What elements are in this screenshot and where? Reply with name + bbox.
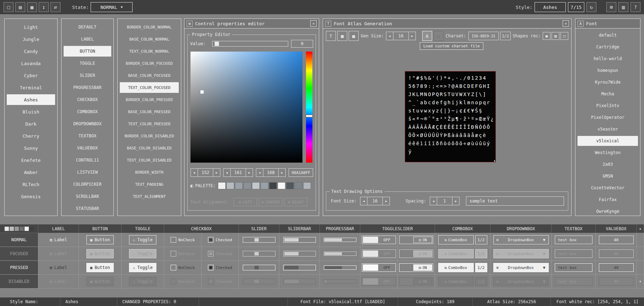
hue-bar[interactable] xyxy=(306,52,312,163)
font-size-value[interactable]: 16 xyxy=(367,197,382,205)
blue-increment-button[interactable]: ▶ xyxy=(278,168,286,177)
style-list-item[interactable]: RLTech xyxy=(7,179,55,190)
style-list-item[interactable]: Enefete xyxy=(7,155,55,165)
control-list-item[interactable]: CHECKBOX xyxy=(64,94,111,105)
control-list-item[interactable]: TOGGLE xyxy=(64,58,111,69)
palette-swatch[interactable] xyxy=(243,182,251,189)
spacing-decrement-button[interactable]: ◀ xyxy=(430,197,437,205)
font-list-item[interactable]: Fairfax xyxy=(578,195,638,205)
textbox-control[interactable]: text box xyxy=(555,277,592,286)
property-list-item[interactable]: BASE_COLOR_PRESSED xyxy=(120,106,179,117)
load-charset-button[interactable]: A xyxy=(422,31,432,41)
blue-decrement-button[interactable]: ◀ xyxy=(256,168,263,177)
green-value[interactable]: 161 xyxy=(231,168,246,177)
property-list-item[interactable]: BASE_COLOR_FOCUSED xyxy=(120,70,179,81)
button-control[interactable]: ▣Button xyxy=(86,235,114,244)
palette-swatch[interactable] xyxy=(295,182,302,189)
control-list-item[interactable]: BUTTON xyxy=(64,46,111,57)
table-scroll-down-button[interactable]: ▼ xyxy=(637,275,644,289)
font-list-item[interactable]: OwreKynge xyxy=(578,206,638,216)
spacing-value[interactable]: 1 xyxy=(437,197,452,205)
control-list-item[interactable]: LISTVIEW xyxy=(64,167,111,178)
textbox-control[interactable]: text box xyxy=(555,263,592,272)
save-style-button[interactable]: ▦ xyxy=(27,2,37,12)
red-decrement-button[interactable]: ◀ xyxy=(190,168,198,177)
property-list-item[interactable]: BORDER_COLOR_DISABLED xyxy=(120,131,179,141)
font-list-item[interactable]: v5loxical xyxy=(578,136,638,146)
font-list-item[interactable]: 2a03 xyxy=(578,159,638,169)
toggle-control[interactable]: ⚠Toggle xyxy=(129,277,157,286)
style-list-item[interactable]: Bluish xyxy=(7,106,55,117)
valuebox-control[interactable]: 40 xyxy=(599,236,634,244)
style-name-selector[interactable]: Ashes xyxy=(535,2,566,12)
property-list-item[interactable]: TEXT_COLOR_DISABLED xyxy=(120,155,179,165)
control-list-item[interactable]: COMBOBOX xyxy=(64,106,111,117)
palette-swatch[interactable] xyxy=(218,182,226,189)
palette-swatch[interactable] xyxy=(252,182,260,189)
slider-control[interactable] xyxy=(243,237,275,243)
atlas-preview-tool-button[interactable]: ▩ xyxy=(349,31,359,41)
toggleslider-on-control[interactable]: ⊡ON xyxy=(399,277,433,286)
combobox-control[interactable]: ⇆ComboBox1/2 xyxy=(438,277,487,286)
property-list-item[interactable]: TEXT_COLOR_FOCUSED xyxy=(120,82,179,93)
dropdownbox-control[interactable]: ≡DropdownBox▼ xyxy=(493,263,549,272)
toggle-control[interactable]: ⚠Toggle xyxy=(129,235,157,244)
nocheck-checkbox[interactable]: NoCheck xyxy=(171,251,195,257)
textbox-control[interactable]: text box xyxy=(555,249,592,258)
red-value[interactable]: 152 xyxy=(198,168,213,177)
value-slider-knob[interactable] xyxy=(215,42,219,46)
toggleslider-off-control[interactable]: OFF xyxy=(362,263,396,272)
font-list-item[interactable]: Cartridge xyxy=(578,42,638,52)
font-size-decrement-button[interactable]: ◀ xyxy=(360,197,367,205)
slider-control[interactable] xyxy=(243,265,275,270)
dropdownbox-control[interactable]: ≡DropdownBox▼ xyxy=(493,249,549,258)
control-list-item[interactable]: VALUEBOX xyxy=(64,143,111,153)
control-list-item[interactable]: CONTROL11 xyxy=(64,155,111,165)
valuebox-control[interactable]: 40 xyxy=(599,263,634,272)
props-window-titlebar[interactable]: ⊞ Control properties editor × xyxy=(184,19,319,28)
font-list-item[interactable]: PixelOperator xyxy=(578,112,638,122)
green-increment-button[interactable]: ▶ xyxy=(246,168,253,177)
combobox-control[interactable]: ⇆ComboBox1/2 xyxy=(438,263,487,272)
property-list-item[interactable]: BORDER_WIDTH xyxy=(120,167,179,178)
value-slider[interactable] xyxy=(212,41,288,47)
style-list-item[interactable]: Amber xyxy=(7,167,55,178)
palette-swatch[interactable] xyxy=(303,182,311,189)
style-list-item[interactable]: Ashes xyxy=(7,94,55,105)
font-list-item[interactable]: Mecha xyxy=(578,89,638,99)
nocheck-checkbox[interactable]: NoCheck xyxy=(171,237,195,243)
font-panel-titlebar[interactable]: A Font xyxy=(575,19,640,28)
style-list-item[interactable]: Cherry xyxy=(7,131,55,141)
sample-text-input[interactable]: sample text xyxy=(466,196,564,206)
palette-swatch[interactable] xyxy=(286,182,294,189)
property-list-item[interactable]: BORDER_COLOR_FOCUSED xyxy=(120,58,179,69)
button-control[interactable]: ▣Button xyxy=(86,277,114,286)
style-list-item[interactable]: Dark xyxy=(7,118,55,129)
control-list-item[interactable]: STATUSBAR xyxy=(64,203,111,214)
props-window-close-button[interactable]: × xyxy=(310,20,317,27)
font-atlas-preview[interactable]: !"#$%&'()*+,-./0123456789:;<=>?@ABCDEFGH… xyxy=(405,71,496,162)
align-center-button[interactable]: ≡ CENTER xyxy=(259,198,282,206)
toggleslider-off-control[interactable]: OFF xyxy=(362,277,396,286)
font-list-item[interactable]: hello-world xyxy=(578,54,638,64)
font-size-increment-button[interactable]: ▶ xyxy=(382,197,390,205)
shapes-rec-empty-button[interactable]: ▢ xyxy=(560,32,568,40)
blue-value[interactable]: 168 xyxy=(263,168,278,177)
nocheck-checkbox[interactable]: NoCheck xyxy=(171,265,195,270)
atlas-window-close-button[interactable]: × xyxy=(563,20,569,27)
sliderbar-control[interactable] xyxy=(283,237,316,243)
font-list-item[interactable]: v5easter xyxy=(578,124,638,134)
gen-size-increment-button[interactable]: ▶ xyxy=(408,32,416,40)
toggle-control[interactable]: ⚠Toggle xyxy=(129,263,157,272)
property-list-item[interactable]: BORDER_COLOR_NORMAL xyxy=(120,22,179,32)
font-list-item[interactable]: CozetteVector xyxy=(578,183,638,193)
value-box[interactable]: 0 xyxy=(291,40,313,48)
checked-checkbox[interactable]: Checked xyxy=(208,279,232,284)
table-scroll-up-button[interactable]: ▲ xyxy=(637,224,644,233)
color-picker-panel[interactable] xyxy=(190,52,302,163)
charset-value-box[interactable]: ISO-8859-15 xyxy=(468,32,499,40)
property-list-item[interactable]: BORDER_COLOR_PRESSED xyxy=(120,94,179,105)
text-mode-button[interactable]: ▥ xyxy=(618,2,628,12)
hex-value-box[interactable]: 98A1A8FF xyxy=(289,168,313,177)
button-control[interactable]: ▣Button xyxy=(86,249,114,258)
